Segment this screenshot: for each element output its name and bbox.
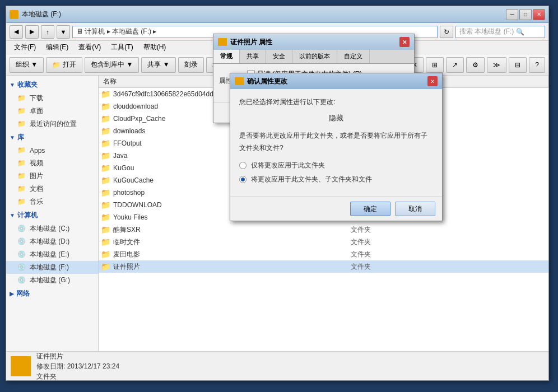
- sidebar-item-recent[interactable]: 📁 最近访问的位置: [6, 118, 98, 130]
- open-button[interactable]: 📁 打开: [46, 57, 82, 73]
- file-name: 麦田电影: [113, 250, 261, 259]
- sidebar-drive-g-label: 本地磁盘 (G:): [30, 276, 70, 285]
- sidebar-drive-c[interactable]: 💿 本地磁盘 (C:): [6, 222, 98, 235]
- file-item[interactable]: 📁 酷舞SXR 文件夹: [99, 223, 548, 236]
- sidebar-drive-e[interactable]: 💿 本地磁盘 (E:): [6, 248, 98, 261]
- up-button[interactable]: ↑: [41, 25, 54, 39]
- menu-tools[interactable]: 工具(T): [106, 41, 137, 53]
- tab-sharing[interactable]: 共享: [240, 50, 266, 63]
- sidebar-drive-g[interactable]: 💿 本地磁盘 (G:): [6, 274, 98, 287]
- status-folder-name: 证件照片: [36, 351, 119, 361]
- sidebar-item-desktop[interactable]: 📁 卓面: [6, 105, 98, 118]
- file-item[interactable]: 📁 临时文件 文件夹: [99, 236, 548, 248]
- confirm-change: 隐藏: [239, 113, 433, 123]
- sidebar-drive-f[interactable]: 💿 本地磁盘 (F:): [6, 261, 98, 274]
- sidebar-drive-d[interactable]: 💿 本地磁盘 (D:): [6, 235, 98, 248]
- burn-label: 刻录: [184, 60, 198, 69]
- tab-general[interactable]: 常规: [213, 50, 240, 63]
- recent-folder-icon: 📁: [17, 120, 26, 129]
- toolbar-btn-gear[interactable]: ⚙: [466, 57, 485, 73]
- sidebar-docs-label: 文档: [30, 184, 43, 194]
- radio-btn-1[interactable]: [239, 162, 247, 169]
- confirm-question: 是否要将此更改应用于此文件夹，或者是否要将它应用于所有子文件夹和文件?: [239, 130, 433, 154]
- toolbar-btn-pane[interactable]: ⊟: [509, 57, 527, 73]
- file-name: 证件照片: [113, 262, 261, 272]
- sidebar-item-docs[interactable]: 📁 文档: [6, 183, 98, 195]
- file-name: 酷舞SXR: [113, 225, 261, 235]
- drive-g-icon: 💿: [17, 276, 26, 285]
- sidebar-drive-d-label: 本地磁盘 (D:): [30, 237, 69, 246]
- video-folder-icon: 📁: [17, 159, 26, 168]
- tab-previous-versions[interactable]: 以前的版本: [292, 50, 337, 63]
- maximize-button[interactable]: □: [519, 9, 532, 20]
- file-folder-icon: 📁: [101, 200, 110, 209]
- file-folder-icon: 📁: [101, 262, 110, 271]
- menu-file[interactable]: 文件(F): [10, 41, 40, 53]
- network-section[interactable]: ▶ 网络: [6, 287, 98, 301]
- confirm-title-bar: 确认属性更改 ✕: [230, 73, 442, 89]
- minimize-button[interactable]: ─: [506, 9, 518, 20]
- sidebar-drive-c-label: 本地磁盘 (C:): [30, 224, 69, 234]
- toolbar-btn-arr[interactable]: ↗: [446, 57, 464, 73]
- toolbar-btn-ext[interactable]: ≫: [487, 57, 506, 73]
- status-folder-icon: [11, 356, 31, 376]
- search-box[interactable]: 搜索 本地磁盘 (F:) 🔍: [455, 26, 545, 38]
- close-button[interactable]: ✕: [533, 9, 545, 20]
- organize-button[interactable]: 组织 ▼: [10, 57, 44, 73]
- radio-option1[interactable]: 仅将更改应用于此文件夹: [239, 161, 433, 170]
- radio-btn-2[interactable]: [239, 176, 247, 183]
- confirm-cancel-button[interactable]: 取消: [395, 202, 435, 216]
- status-folder-type: 文件夹: [36, 371, 119, 381]
- network-label: 网络: [16, 289, 30, 298]
- computer-section[interactable]: ▼ 计算机: [6, 208, 98, 222]
- radio-option2[interactable]: 将更改应用于此文件夹、子文件夹和文件: [239, 175, 433, 184]
- drive-e-icon: 💿: [17, 250, 26, 259]
- sidebar-apps-label: Apps: [30, 147, 45, 155]
- radio-label-1: 仅将更改应用于此文件夹: [251, 161, 325, 170]
- include-library-button[interactable]: 包含到库中 ▼: [85, 57, 139, 73]
- title-controls: ─ □ ✕: [506, 9, 545, 20]
- sidebar-video-label: 视频: [30, 158, 43, 168]
- burn-button[interactable]: 刻录: [178, 57, 204, 73]
- file-type: 文件夹: [351, 225, 418, 235]
- menu-view[interactable]: 查看(V): [74, 41, 105, 53]
- file-folder-icon: 📁: [101, 225, 110, 234]
- confirm-folder-icon: [235, 77, 244, 85]
- file-item[interactable]: 📁 麦田电影 文件夹: [99, 248, 548, 260]
- menu-edit[interactable]: 编辑(E): [41, 41, 73, 53]
- favorites-section[interactable]: ▼ 收藏夹: [6, 78, 98, 92]
- computer-arrow: ▼: [10, 212, 15, 218]
- folder-props-close-button[interactable]: ✕: [399, 37, 410, 47]
- radio-label-2: 将更改应用于此文件夹、子文件夹和文件: [251, 175, 372, 184]
- file-type: 文件夹: [351, 237, 418, 247]
- network-arrow: ▶: [10, 291, 14, 297]
- refresh-button[interactable]: ↻: [440, 26, 453, 38]
- menu-help[interactable]: 帮助(H): [139, 41, 171, 53]
- folder-props-title-text: 证件照片 属性: [230, 38, 399, 47]
- share-button[interactable]: 共享 ▼: [141, 57, 175, 73]
- library-section[interactable]: ▼ 库: [6, 130, 98, 144]
- sidebar-item-download[interactable]: 📁 下载: [6, 92, 98, 105]
- docs-folder-icon: 📁: [17, 185, 26, 194]
- confirm-close-button[interactable]: ✕: [427, 76, 438, 86]
- sidebar-item-music[interactable]: 📁 音乐: [6, 195, 98, 208]
- sidebar-item-pictures[interactable]: 📁 图片: [6, 170, 98, 183]
- file-folder-icon: 📁: [101, 90, 110, 99]
- recent-button[interactable]: ▼: [57, 25, 70, 39]
- file-item[interactable]: 📁 证件照片 文件夹: [99, 260, 548, 273]
- tab-security[interactable]: 安全: [266, 50, 292, 63]
- confirm-ok-button[interactable]: 确定: [350, 202, 390, 216]
- toolbar-btn-help[interactable]: ?: [529, 57, 545, 73]
- tab-custom[interactable]: 自定义: [337, 50, 370, 63]
- confirm-title-text: 确认属性更改: [247, 77, 427, 86]
- confirm-attributes-dialog[interactable]: 确认属性更改 ✕ 您已经选择对属性进行以下更改: 隐藏 是否要将此更改应用于此文…: [230, 73, 443, 221]
- file-folder-icon: 📁: [101, 151, 110, 160]
- toolbar-btn-sq[interactable]: ⊞: [426, 57, 444, 73]
- forward-button[interactable]: ▶: [25, 25, 39, 39]
- sidebar-item-video[interactable]: 📁 视频: [6, 157, 98, 170]
- confirm-description: 您已经选择对属性进行以下更改:: [239, 97, 433, 108]
- sidebar-pictures-label: 图片: [30, 171, 43, 181]
- sidebar-item-apps[interactable]: 📁 Apps: [6, 144, 98, 157]
- drive-c-icon: 💿: [17, 225, 26, 234]
- back-button[interactable]: ◀: [10, 25, 23, 39]
